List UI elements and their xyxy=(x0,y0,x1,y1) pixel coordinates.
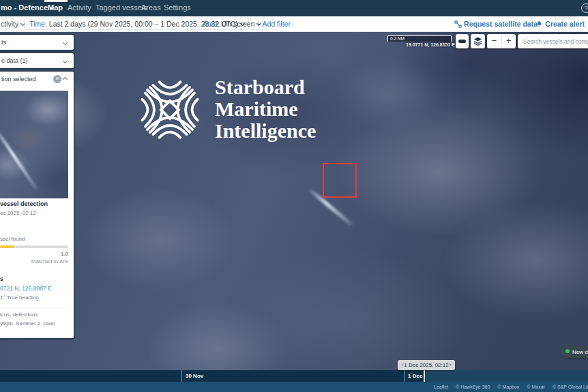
layers-button[interactable] xyxy=(471,34,485,48)
tab-map[interactable]: Map xyxy=(48,3,63,12)
timeline-after-range xyxy=(425,370,588,382)
tab-areas[interactable]: Areas xyxy=(141,3,161,12)
close-icon[interactable]: × xyxy=(53,75,61,83)
basemap-toggle-button[interactable] xyxy=(456,34,469,48)
sidebar-panel-detection: tion selected × vessel detection ec 2025… xyxy=(0,71,74,339)
detection-coordinates-link[interactable]: 0721 N, 126.8007 E xyxy=(0,285,52,292)
attribution-link[interactable]: Leaflet xyxy=(434,385,448,389)
zoom-control: − + xyxy=(487,34,516,48)
detection-timestamp: ec 2025, 02:12 xyxy=(0,210,36,216)
detection-header-label: tion selected xyxy=(1,76,36,82)
map-scale-bar: 0.2 NM xyxy=(387,35,452,42)
attribution-link[interactable]: © S&P Global Limited xyxy=(553,385,588,389)
area-filter-label: Area: xyxy=(203,20,220,28)
divider xyxy=(0,307,68,307)
app-window: Starboard Maritime Intelligence 0.2 NM 1… xyxy=(0,0,588,392)
help-icon[interactable]: ? xyxy=(581,3,588,13)
sidebar-panel-alerts[interactable]: ts xyxy=(0,34,74,50)
satellite-icon xyxy=(454,20,462,28)
confidence-label: ssel found xyxy=(0,236,25,242)
confidence-progress-bar xyxy=(0,245,68,248)
panel-alerts-label: ts xyxy=(1,39,6,46)
attribution-link[interactable]: © Mapbox xyxy=(497,385,519,389)
detection-source-line2: ylight. Sentinel-2, pixel xyxy=(0,320,55,327)
attribution-bar: Leaflet© HawkEye 360© Mapbox© Maxar© S&P… xyxy=(0,382,588,392)
starboard-logo: Starboard Maritime Intelligence xyxy=(138,75,316,145)
layers-icon xyxy=(473,36,483,46)
basemap-swatch-icon xyxy=(458,40,466,43)
detection-selection-box[interactable] xyxy=(323,163,357,198)
thumbnail-wake-streak xyxy=(0,126,38,190)
active-tab-indicator xyxy=(44,0,68,2)
sidebar-panel-satellite-data[interactable]: e data (1) xyxy=(0,52,74,69)
green-status-dot-icon xyxy=(565,349,570,353)
timeline-tick xyxy=(181,370,182,382)
attribution-link[interactable]: © Maxar xyxy=(527,385,545,389)
create-alert-button[interactable]: Create alert xyxy=(535,20,585,28)
detection-thumbnail[interactable] xyxy=(0,91,68,198)
map-canvas[interactable]: Starboard Maritime Intelligence xyxy=(0,32,588,382)
starboard-logo-text: Starboard Maritime Intelligence xyxy=(215,76,316,145)
panel-satellite-data-label: e data (1) xyxy=(1,57,28,64)
true-heading-value: 1° True heading xyxy=(0,295,39,301)
confidence-value: 1.0 xyxy=(0,251,68,257)
cursor-coordinates: 19.0771 N, 126.8151 E xyxy=(374,42,455,47)
new-detections-button[interactable]: New d xyxy=(561,346,588,358)
top-navigation-bar: mo - Defence Map Activity Tagged vessels… xyxy=(0,0,588,16)
area-filter-chip[interactable]: Area: On screen xyxy=(198,18,265,30)
timeline-prev-button[interactable]: ‹ xyxy=(399,360,406,370)
timeline-current-time: 1 Dec 2025, 02:12 xyxy=(404,362,448,368)
detection-source-line1: icus, detections xyxy=(0,312,38,318)
timeline-current-time-chip: ‹ 1 Dec 2025, 02:12 › xyxy=(398,360,455,370)
detection-panel-header[interactable]: tion selected × xyxy=(0,72,74,87)
details-heading: s xyxy=(0,275,3,282)
bell-icon xyxy=(535,20,543,28)
workspace-selector[interactable]: mo - Defence xyxy=(1,3,54,12)
tab-settings[interactable]: Settings xyxy=(164,3,191,12)
timeline-playhead[interactable] xyxy=(424,370,425,382)
zoom-in-button[interactable]: + xyxy=(501,34,516,48)
search-input[interactable] xyxy=(518,34,588,48)
confidence-note: Matched to AIS xyxy=(0,258,68,265)
chevron-down-icon xyxy=(63,59,68,63)
timeline-bar[interactable]: 30 Nov 1 Dec xyxy=(0,370,588,382)
confidence-progress-fill xyxy=(0,245,14,248)
add-filter-button[interactable]: + Add filter xyxy=(256,20,291,28)
request-satellite-data-button[interactable]: Request satellite data xyxy=(454,20,538,28)
timeline-tick-label: 1 Dec xyxy=(408,373,422,379)
time-filter-label: Time: xyxy=(29,20,47,28)
tab-activity[interactable]: Activity xyxy=(68,3,91,12)
zoom-out-button[interactable]: − xyxy=(487,34,501,48)
filter-toolbar: ctivity Time: Last 2 days (29 Nov 2025, … xyxy=(0,16,588,32)
chevron-down-icon xyxy=(63,40,68,45)
chevron-up-icon xyxy=(63,77,68,82)
timeline-tick-label: 30 Nov xyxy=(186,373,203,379)
attribution-link[interactable]: © HawkEye 360 xyxy=(456,385,490,389)
detection-title: vessel detection xyxy=(0,200,48,207)
starboard-logo-mark-icon xyxy=(138,75,201,145)
tab-tagged-vessels[interactable]: Tagged vessels xyxy=(95,3,147,12)
timeline-next-button[interactable]: › xyxy=(447,360,454,370)
timeline-tick xyxy=(404,370,405,382)
activity-filter-dropdown[interactable]: ctivity xyxy=(1,20,25,28)
